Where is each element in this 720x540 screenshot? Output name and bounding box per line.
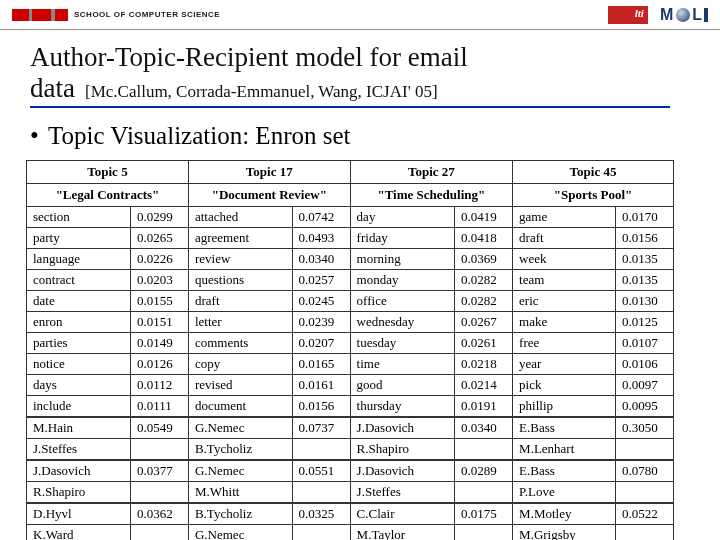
topic-word: tuesday — [350, 333, 454, 354]
topic-word: team — [513, 270, 616, 291]
person-value — [130, 482, 188, 504]
person-value: 0.0551 — [292, 460, 350, 482]
topic-word-value: 0.0135 — [616, 249, 674, 270]
topic-word-value: 0.0156 — [616, 228, 674, 249]
person-name: M.Grigsby — [513, 525, 616, 541]
person-name: G.Nemec — [188, 417, 292, 439]
title-word-data: data — [30, 73, 75, 103]
person-name: P.Love — [513, 482, 616, 504]
person-value — [292, 439, 350, 461]
person-value: 0.0737 — [292, 417, 350, 439]
ml-l-letter-icon: L — [692, 6, 702, 24]
person-name: J.Steffes — [350, 482, 454, 504]
topic-word-value: 0.0226 — [130, 249, 188, 270]
person-name: C.Clair — [350, 503, 454, 525]
topic-word: phillip — [513, 396, 616, 418]
topic-name: "Document Review" — [188, 184, 350, 207]
topic-name: "Sports Pool" — [513, 184, 674, 207]
topic-word: make — [513, 312, 616, 333]
person-name: R.Shapiro — [27, 482, 131, 504]
person-name: J.Dasovich — [27, 460, 131, 482]
topic-word-value: 0.0107 — [616, 333, 674, 354]
topic-word-value: 0.0156 — [292, 396, 350, 418]
topic-word-value: 0.0265 — [130, 228, 188, 249]
topic-word-value: 0.0161 — [292, 375, 350, 396]
scs-text: SCHOOL OF COMPUTER SCIENCE — [74, 10, 220, 19]
topic-word: draft — [513, 228, 616, 249]
topic-word: eric — [513, 291, 616, 312]
topic-word-value: 0.0245 — [292, 291, 350, 312]
topic-word: revised — [188, 375, 292, 396]
person-value — [616, 482, 674, 504]
person-value: 0.0289 — [455, 460, 513, 482]
person-value: 0.0780 — [616, 460, 674, 482]
topic-word: parties — [27, 333, 131, 354]
person-name: B.Tycholiz — [188, 439, 292, 461]
person-name: R.Shapiro — [350, 439, 454, 461]
bullet-line: •Topic Visualization: Enron set — [30, 122, 690, 150]
topic-word-value: 0.0207 — [292, 333, 350, 354]
topic-word-value: 0.0282 — [455, 270, 513, 291]
title-underline — [30, 106, 670, 108]
topic-word: agreement — [188, 228, 292, 249]
topic-word-value: 0.0126 — [130, 354, 188, 375]
topic-word: enron — [27, 312, 131, 333]
topic-word-value: 0.0130 — [616, 291, 674, 312]
topic-word-value: 0.0125 — [616, 312, 674, 333]
slide-title-line2: data [Mc.Callum, Corrada-Emmanuel, Wang,… — [30, 73, 690, 104]
topic-word: draft — [188, 291, 292, 312]
topic-word: copy — [188, 354, 292, 375]
person-name: D.Hyvl — [27, 503, 131, 525]
topic-word: section — [27, 207, 131, 228]
topic-word-value: 0.0106 — [616, 354, 674, 375]
topic-num: Topic 27 — [350, 161, 512, 184]
topic-word: party — [27, 228, 131, 249]
slide-content: Author-Topic-Recipient model for email d… — [0, 30, 720, 540]
right-logos: M L — [608, 6, 708, 24]
topic-word-value: 0.0111 — [130, 396, 188, 418]
topic-word: year — [513, 354, 616, 375]
topic-word-value: 0.0203 — [130, 270, 188, 291]
person-name: G.Nemec — [188, 525, 292, 541]
person-name: J.Steffes — [27, 439, 131, 461]
topic-word: comments — [188, 333, 292, 354]
topic-word: free — [513, 333, 616, 354]
topic-word: contract — [27, 270, 131, 291]
topic-word-value: 0.0095 — [616, 396, 674, 418]
topic-num: Topic 45 — [513, 161, 674, 184]
topic-word: questions — [188, 270, 292, 291]
topic-word: day — [350, 207, 454, 228]
person-value — [455, 439, 513, 461]
ml-box-icon — [704, 8, 708, 22]
topic-word-value: 0.0299 — [130, 207, 188, 228]
topic-word: review — [188, 249, 292, 270]
slide-title-line1: Author-Topic-Recipient model for email — [30, 42, 690, 73]
topic-word: good — [350, 375, 454, 396]
topic-word-value: 0.0155 — [130, 291, 188, 312]
bullet-dot-icon: • — [30, 122, 48, 150]
person-name: M.Taylor — [350, 525, 454, 541]
topic-word: office — [350, 291, 454, 312]
cmu-logo-icon — [12, 9, 68, 21]
topic-name: "Time Scheduling" — [350, 184, 512, 207]
person-value — [616, 439, 674, 461]
ml-logo: M L — [660, 6, 708, 24]
topic-word-value: 0.0340 — [292, 249, 350, 270]
topic-num: Topic 17 — [188, 161, 350, 184]
slide-header: SCHOOL OF COMPUTER SCIENCE M L — [0, 0, 720, 30]
topic-word: language — [27, 249, 131, 270]
topic-word: document — [188, 396, 292, 418]
topic-word-value: 0.0097 — [616, 375, 674, 396]
topic-word: monday — [350, 270, 454, 291]
topic-word: letter — [188, 312, 292, 333]
topic-word-value: 0.0282 — [455, 291, 513, 312]
person-name: M.Motley — [513, 503, 616, 525]
topic-word-value: 0.0151 — [130, 312, 188, 333]
person-value — [455, 482, 513, 504]
person-name: M.Whitt — [188, 482, 292, 504]
topic-word-value: 0.0257 — [292, 270, 350, 291]
person-name: G.Nemec — [188, 460, 292, 482]
person-value: 0.0325 — [292, 503, 350, 525]
topic-word-value: 0.0170 — [616, 207, 674, 228]
person-value: 0.0377 — [130, 460, 188, 482]
